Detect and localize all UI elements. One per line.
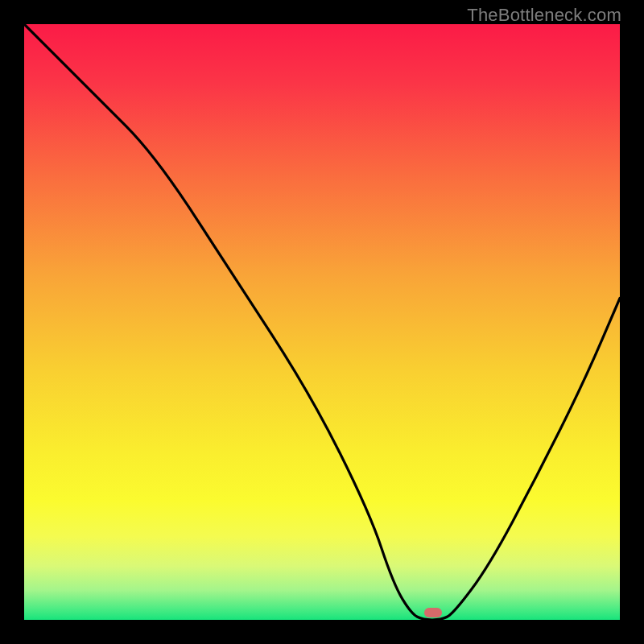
plot-area: [24, 24, 620, 620]
bottleneck-curve: [24, 24, 620, 620]
chart-stage: TheBottleneck.com: [0, 0, 644, 644]
watermark-text: TheBottleneck.com: [467, 5, 621, 26]
optimum-marker: [424, 608, 442, 617]
